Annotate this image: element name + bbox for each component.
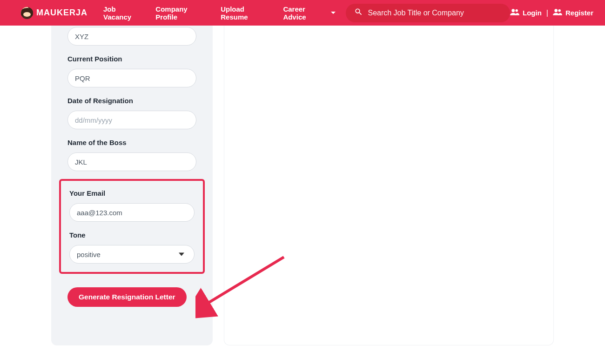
- svg-point-3: [558, 9, 561, 12]
- people-icon: [553, 8, 562, 18]
- generate-button[interactable]: Generate Resignation Letter: [67, 287, 187, 307]
- date-label: Date of Resignation: [67, 97, 196, 105]
- current-position-input[interactable]: [67, 69, 196, 87]
- boss-label: Name of the Boss: [67, 139, 196, 146]
- people-icon: [510, 8, 519, 18]
- logo-avatar-icon: [21, 7, 33, 19]
- top-header: MAUKERJA Job Vacancy Company Profile Upl…: [0, 0, 605, 26]
- current-position-label: Current Position: [67, 55, 196, 63]
- register-link[interactable]: Register: [553, 8, 593, 18]
- header-auth: Login | Register: [510, 8, 593, 18]
- email-label: Your Email: [69, 189, 195, 197]
- date-input[interactable]: [67, 111, 196, 129]
- main-nav: Job Vacancy Company Profile Upload Resum…: [98, 5, 341, 21]
- chevron-down-icon: [331, 12, 336, 14]
- form-panel: Current Position Date of Resignation Nam…: [51, 26, 213, 345]
- search-icon: [354, 7, 363, 18]
- email-input[interactable]: [69, 203, 195, 222]
- field-boss-name: Name of the Boss: [59, 129, 205, 171]
- tone-select[interactable]: [69, 245, 195, 264]
- field-current-position: Current Position: [59, 46, 205, 87]
- field-date-of-resignation: Date of Resignation: [59, 87, 205, 129]
- search-input[interactable]: [368, 9, 502, 17]
- field-company: [59, 26, 205, 46]
- nav-company-profile[interactable]: Company Profile: [150, 5, 215, 21]
- output-panel: [224, 26, 554, 345]
- svg-point-0: [511, 9, 515, 12]
- brand-name: MAUKERJA: [36, 8, 87, 18]
- nav-career-advice[interactable]: Career Advice: [277, 5, 341, 21]
- highlighted-fields: Your Email Tone: [59, 179, 205, 274]
- field-tone: Tone: [61, 222, 203, 264]
- svg-point-1: [515, 9, 518, 12]
- search-box[interactable]: [346, 4, 510, 22]
- boss-input[interactable]: [67, 152, 196, 171]
- brand-logo[interactable]: MAUKERJA: [21, 7, 87, 19]
- field-your-email: Your Email: [61, 184, 203, 222]
- tone-label: Tone: [69, 231, 195, 239]
- company-input[interactable]: [67, 27, 196, 46]
- auth-divider: |: [546, 9, 548, 17]
- main-content: Current Position Date of Resignation Nam…: [0, 26, 605, 345]
- nav-job-vacancy[interactable]: Job Vacancy: [98, 5, 150, 21]
- login-link[interactable]: Login: [510, 8, 542, 18]
- nav-upload-resume[interactable]: Upload Resume: [215, 5, 277, 21]
- svg-point-2: [554, 9, 558, 12]
